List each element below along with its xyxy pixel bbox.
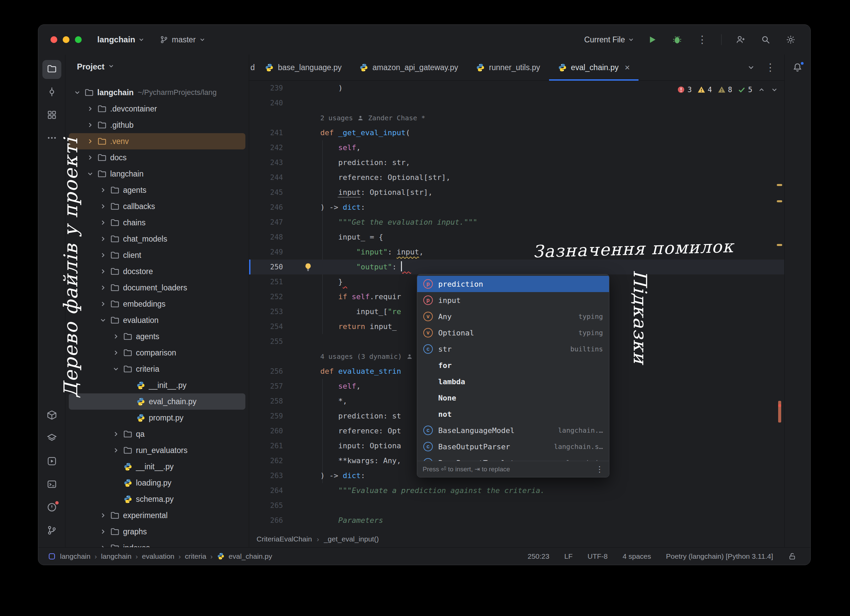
line-number[interactable]: 240 [249,96,283,111]
tree-item-schema.py[interactable]: schema.py [69,491,245,507]
status-path-item[interactable]: evaluation [142,552,175,561]
line-number[interactable]: 248 [249,230,283,245]
tree-item-.devcontainer[interactable]: .devcontainer [69,101,245,117]
code-line-250[interactable]: 250 "output": [249,260,784,274]
completion-item-BaseLanguageModel[interactable]: cBaseLanguageModellangchain.… [417,422,609,438]
run-button[interactable] [645,32,660,47]
code-line-242[interactable]: 242 self, [249,140,784,155]
chevron-right-icon[interactable] [98,268,108,275]
weak-warning-count[interactable]: 8 [717,85,732,94]
chevron-right-icon[interactable] [98,219,108,226]
tree-item-graphs[interactable]: graphs [69,523,245,540]
inspections-widget[interactable]: 3 4 8 5 [677,85,778,94]
completion-item-BaseOutputParser[interactable]: cBaseOutputParserlangchain.s… [417,438,609,455]
tool-window-button-more[interactable] [42,129,61,148]
tree-item-langchain[interactable]: langchain [69,166,245,182]
file-encoding[interactable]: UTF-8 [587,552,608,561]
tree-item-chains[interactable]: chains [69,214,245,231]
chevron-right-icon[interactable] [98,544,108,547]
chevron-right-icon[interactable] [98,300,108,308]
tool-window-button-problems[interactable] [42,498,61,517]
tree-item-client[interactable]: client [69,247,245,263]
chevron-right-icon[interactable] [85,121,95,129]
tree-item-.github[interactable]: .github [69,117,245,133]
completion-item-input[interactable]: pinput [417,292,609,308]
project-panel-header[interactable]: Project [66,55,249,79]
line-number[interactable]: 264 [249,483,283,498]
line-number[interactable]: 255 [249,334,283,349]
chevron-right-icon[interactable] [98,186,108,194]
completion-item-None[interactable]: None [417,390,609,406]
chevron-right-icon[interactable] [98,251,108,259]
error-count[interactable]: 3 [677,85,692,94]
tree-item-agents[interactable]: agents [69,182,245,198]
chevron-right-icon[interactable] [111,447,121,454]
more-actions-button[interactable]: ⋮ [695,32,710,47]
tree-item-comparison[interactable]: comparison [69,345,245,361]
stripe-warning-mark[interactable] [777,200,782,202]
code-line-243[interactable]: 243 prediction: str, [249,155,784,170]
branch-selector[interactable]: master [160,35,206,44]
line-number[interactable]: 256 [249,364,283,379]
chevron-down-icon[interactable] [72,89,82,96]
tool-window-button-project[interactable] [42,60,61,79]
line-number[interactable]: 262 [249,453,283,468]
line-number[interactable]: 243 [249,155,283,170]
caret-position[interactable]: 250:23 [528,552,549,561]
code-line-244[interactable]: 244 reference: Optional[str], [249,170,784,185]
tab-runner_utils.py[interactable]: runner_utils.py [467,55,549,80]
line-number[interactable]: 265 [249,498,283,513]
code-line-248[interactable]: 248 input_ = { [249,230,784,245]
tree-item-docstore[interactable]: docstore [69,263,245,280]
line-number[interactable]: 266 [249,513,283,528]
project-selector[interactable]: langchain [97,35,145,44]
tab-options-icon[interactable]: ⋮ [765,62,775,73]
tool-window-button-services[interactable] [42,452,61,471]
line-number[interactable]: 247 [249,215,283,230]
tree-item-agents[interactable]: agents [69,328,245,345]
stripe-warning-mark[interactable] [777,184,782,186]
close-window-button[interactable] [51,36,57,43]
code-with-me-button[interactable] [733,32,748,47]
usages-inlay-hint[interactable]: 2 usagesZander Chase * [249,111,784,126]
tree-item-docs[interactable]: docs [69,150,245,166]
tool-window-button-commit[interactable] [42,83,61,102]
line-number[interactable]: 241 [249,126,283,140]
run-configuration-selector[interactable]: Current File [584,35,635,44]
completion-item-for[interactable]: for [417,357,609,374]
completion-item-str[interactable]: cstrbuiltins [417,341,609,357]
close-tab-icon[interactable]: × [625,62,630,73]
overflowed-tab[interactable]: d [249,55,256,80]
line-number[interactable]: 259 [249,409,283,423]
tree-item-eval_chain.py[interactable]: eval_chain.py [69,393,245,410]
debug-button[interactable] [670,32,685,47]
minimize-window-button[interactable] [63,36,69,43]
tree-item-callbacks[interactable]: callbacks [69,198,245,214]
tree-item-evaluation[interactable]: evaluation [69,312,245,328]
chevron-down-icon[interactable] [98,317,108,324]
next-problem-icon[interactable] [771,86,778,94]
status-path-item[interactable]: langchain [60,552,90,561]
tool-window-button-version-control[interactable] [42,522,61,540]
tool-window-button-terminal[interactable] [42,475,61,494]
line-number[interactable]: 253 [249,304,283,319]
status-path-item[interactable]: eval_chain.py [229,552,272,561]
chevron-right-icon[interactable] [85,105,95,112]
tool-window-button-python-console[interactable] [42,429,61,448]
code-line-249[interactable]: 249 "input": input, [249,245,784,260]
line-number[interactable]: 252 [249,289,283,304]
breadcrumb-class[interactable]: CriteriaEvalChain [257,535,312,543]
chevron-right-icon[interactable] [98,235,108,242]
line-number[interactable]: 260 [249,423,283,438]
completion-item-Optional[interactable]: vOptionaltyping [417,324,609,341]
code-line-266[interactable]: 266 Parameters [249,513,784,528]
warning-count[interactable]: 4 [697,85,712,94]
code-line-264[interactable]: 264 """Evaluate a prediction against the… [249,483,784,498]
chevron-down-icon[interactable] [85,170,95,178]
code-line-240[interactable]: 240 [249,96,784,111]
line-number[interactable]: 261 [249,438,283,453]
tree-item-qa[interactable]: qa [69,426,245,442]
tree-item-run_evaluators[interactable]: run_evaluators [69,442,245,459]
line-number[interactable]: 245 [249,185,283,200]
completion-item-lambda[interactable]: lambda [417,374,609,390]
